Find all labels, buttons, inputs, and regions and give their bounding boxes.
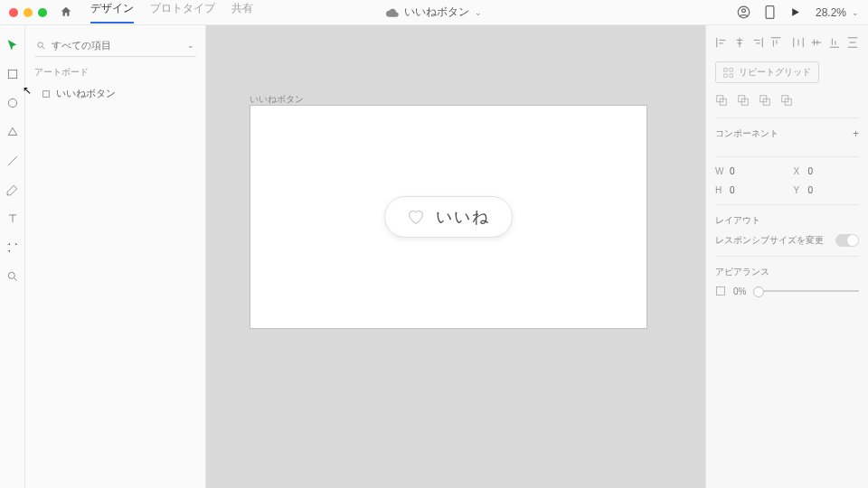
play-icon[interactable] [789,6,801,18]
artboard[interactable]: いいね [250,105,647,329]
subtract-icon[interactable] [737,94,750,107]
grid-icon [723,68,733,78]
align-top-icon[interactable] [769,36,782,49]
svg-point-5 [8,272,14,278]
union-icon[interactable] [715,94,728,107]
tab-share[interactable]: 共有 [231,1,253,23]
tab-prototype[interactable]: プロトタイプ [150,1,215,23]
repeat-grid-button[interactable]: リピートグリッド [715,61,819,83]
layout-section-label: レイアウト [715,214,760,227]
add-component-icon[interactable]: + [853,127,859,140]
like-button-label: いいね [436,206,490,228]
svg-rect-3 [8,70,16,78]
svg-rect-20 [717,287,725,296]
canvas[interactable]: いいねボタン いいね [206,25,705,488]
pen-tool-icon[interactable] [5,183,20,197]
window-controls[interactable] [9,8,47,17]
align-center-h-icon[interactable] [733,36,746,49]
width-field[interactable]: W0 [715,166,781,176]
distribute-v-icon[interactable] [846,36,859,49]
heart-icon [407,209,425,225]
appearance-section-label: アピアランス [715,266,769,278]
maximize-window-icon[interactable] [38,8,47,17]
svg-point-1 [742,9,746,13]
home-icon[interactable] [60,5,72,20]
svg-point-4 [8,99,16,107]
y-field[interactable]: Y0 [794,185,860,195]
top-bar: デザイン プロトタイプ 共有 いいねボタン ⌄ 28.2% ⌄ [0,0,868,25]
artboard-tool-icon[interactable] [5,240,20,255]
search-icon [36,41,46,51]
topbar-right: 28.2% ⌄ [737,5,859,19]
responsive-resize-label: レスポンシブサイズを変更 [715,234,824,247]
select-tool-icon[interactable] [5,38,20,52]
layers-section-title: アートボード [34,66,196,79]
layers-panel: ⌄ アートボード いいねボタン ↖ [25,25,206,488]
align-row [715,33,859,58]
height-field[interactable]: H0 [715,185,781,195]
layer-label: いいねボタン [56,87,116,100]
svg-rect-11 [730,73,732,76]
avatar-icon[interactable] [737,5,750,19]
close-window-icon[interactable] [9,8,18,17]
boolean-ops-row [715,94,859,107]
align-right-icon[interactable] [751,36,764,49]
zoom-value: 28.2% [816,6,846,19]
zoom-tool-icon[interactable] [5,269,20,284]
tab-design[interactable]: デザイン [90,1,134,23]
align-left-icon[interactable] [715,36,728,49]
tool-rail [0,25,25,488]
search-input[interactable] [52,40,182,51]
component-section-label: コンポーネント [715,127,778,140]
cursor-icon: ↖ [23,84,32,97]
distribute-h-icon[interactable] [792,36,805,49]
x-field[interactable]: X0 [794,166,860,176]
component-section-header: コンポーネント + [715,127,859,140]
intersect-icon[interactable] [759,94,771,107]
artboard-name-label[interactable]: いいねボタン [250,93,304,106]
svg-rect-7 [43,90,50,97]
line-tool-icon[interactable] [5,154,20,168]
svg-point-6 [38,42,43,47]
cloud-icon [386,8,399,17]
chevron-down-icon: ⌄ [852,8,859,17]
inspector-panel: リピートグリッド コンポーネント + W0 X0 H0 Y0 レイアウト [705,25,868,488]
opacity-value[interactable]: 0% [733,286,746,296]
layers-search[interactable]: ⌄ [34,36,196,57]
device-preview-icon[interactable] [765,5,775,19]
artboard-layer-item[interactable]: いいねボタン [34,84,196,103]
minimize-window-icon[interactable] [24,8,33,17]
svg-rect-2 [766,6,774,19]
opacity-icon [715,286,726,296]
zoom-dropdown[interactable]: 28.2% ⌄ [816,6,859,19]
chevron-down-icon: ⌄ [475,8,482,17]
ellipse-tool-icon[interactable] [5,96,20,110]
repeat-grid-label: リピートグリッド [739,66,811,79]
mode-tabs: デザイン プロトタイプ 共有 [90,1,253,23]
like-button[interactable]: いいね [384,196,513,238]
svg-rect-8 [724,68,727,70]
text-tool-icon[interactable] [5,211,20,226]
svg-rect-10 [724,73,727,76]
opacity-slider[interactable] [753,290,859,292]
rectangle-tool-icon[interactable] [5,67,20,81]
responsive-toggle[interactable] [835,234,859,247]
artboard-icon [42,89,51,99]
svg-rect-9 [730,68,732,70]
exclude-icon[interactable] [780,94,793,107]
chevron-down-icon[interactable]: ⌄ [187,41,194,50]
align-bottom-icon[interactable] [828,36,841,49]
polygon-tool-icon[interactable] [5,125,20,139]
document-title-text: いいねボタン [404,5,469,20]
align-middle-icon[interactable] [810,36,823,49]
document-title[interactable]: いいねボタン ⌄ [386,5,482,20]
